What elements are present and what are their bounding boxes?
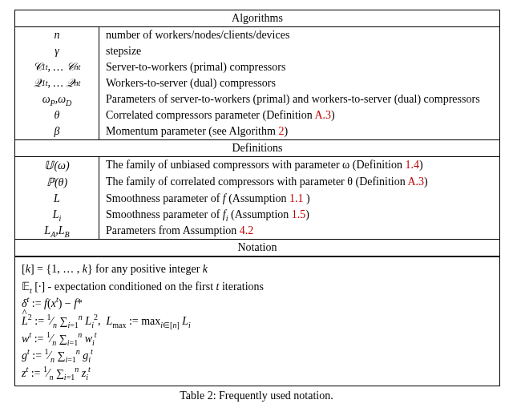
table-row: 𝕌(ω) The family of unbiased compressors … <box>15 157 499 174</box>
table-caption: Table 2: Frequently used notation. <box>14 390 499 402</box>
ref-link: 1.1 <box>289 192 304 204</box>
notation-line: zt := 1⁄n ∑i=1n zit <box>22 365 493 382</box>
table-row: LA, LB Parameters from Assumption 4.2 <box>15 223 499 239</box>
desc-cell: Server-to-workers (primal) compressors <box>99 59 499 75</box>
section-header-notation: Notation <box>15 239 499 256</box>
symbol-cell: γ <box>15 43 99 59</box>
desc-cell: number of workers/nodes/clients/devices <box>99 27 499 43</box>
notation-line: L2 := 1⁄n ∑i=1n Li2, Lmax := maxi∈[n] Li <box>22 313 493 330</box>
desc-cell: Smoothness parameter of f (Assumption 1.… <box>99 191 499 207</box>
table-row: γ stepsize <box>15 43 499 59</box>
symbol-cell: θ <box>15 107 99 123</box>
notation-block: [k] = {1, … , k} for any positive intege… <box>15 256 499 386</box>
section-title: Notation <box>238 241 277 253</box>
section-title: Algorithms <box>232 12 283 24</box>
symbol-cell: Li <box>15 207 99 223</box>
symbol-cell: β <box>15 123 99 139</box>
symbol-cell: 𝕌(ω) <box>15 157 99 174</box>
notation-line: wt := 1⁄n ∑i=1n wit <box>22 330 493 348</box>
ref-link: A.3 <box>314 109 331 121</box>
desc-cell: Correlated compressors parameter (Defini… <box>99 107 499 123</box>
desc-cell: stepsize <box>99 43 499 59</box>
symbol-cell: ωP, ωD <box>15 91 99 107</box>
section-header-algorithms: Algorithms <box>15 10 499 27</box>
symbol-cell: 𝒞1t, … 𝒞nt <box>15 59 99 75</box>
section-header-definitions: Definitions <box>15 139 499 157</box>
notation-line: [k] = {1, … , k} for any positive intege… <box>22 260 493 278</box>
table-row: β Momentum parameter (see Algorithm 2) <box>15 123 499 139</box>
desc-cell: Smoothness parameter of fi (Assumption 1… <box>99 207 499 223</box>
desc-cell: The family of unbiased compressors with … <box>99 157 499 174</box>
desc-cell: Momentum parameter (see Algorithm 2) <box>99 123 499 139</box>
symbol-cell: ℙ(θ) <box>15 174 99 191</box>
section-title: Definitions <box>232 142 283 154</box>
symbol-cell: 𝒬1t, … 𝒬nt <box>15 75 99 91</box>
table-row: 𝒬1t, … 𝒬nt Workers-to-server (dual) comp… <box>15 75 499 91</box>
notation-table: Algorithms n number of workers/nodes/cli… <box>14 10 500 386</box>
table-row: ℙ(θ) The family of correlated compressor… <box>15 174 499 191</box>
table-row: 𝒞1t, … 𝒞nt Server-to-workers (primal) co… <box>15 59 499 75</box>
symbol-cell: L <box>15 191 99 207</box>
desc-cell: Workers-to-server (dual) compressors <box>99 75 499 91</box>
notation-line: gt := 1⁄n ∑i=1n git <box>22 347 493 365</box>
symbol-cell: n <box>15 27 99 43</box>
notation-line: 𝔼t [·] - expectation conditioned on the … <box>22 278 493 296</box>
ref-link: 1.5 <box>292 208 306 220</box>
table-row: ωP, ωD Parameters of server-to-workers (… <box>15 91 499 107</box>
table-row: L Smoothness parameter of f (Assumption … <box>15 191 499 207</box>
symbol-cell: LA, LB <box>15 223 99 239</box>
table-row: Li Smoothness parameter of fi (Assumptio… <box>15 207 499 223</box>
ref-link: 4.2 <box>240 224 254 236</box>
desc-cell: The family of correlated compressors wit… <box>99 174 499 191</box>
notation-line: δt := f(xt) − f* <box>22 295 493 313</box>
desc-cell: Parameters of server-to-workers (primal)… <box>99 91 499 107</box>
ref-link: 1.4 <box>406 159 420 171</box>
table-row: n number of workers/nodes/clients/device… <box>15 27 499 43</box>
desc-cell: Parameters from Assumption 4.2 <box>99 223 499 239</box>
ref-link: A.3 <box>407 176 424 188</box>
table-row: θ Correlated compressors parameter (Defi… <box>15 107 499 123</box>
